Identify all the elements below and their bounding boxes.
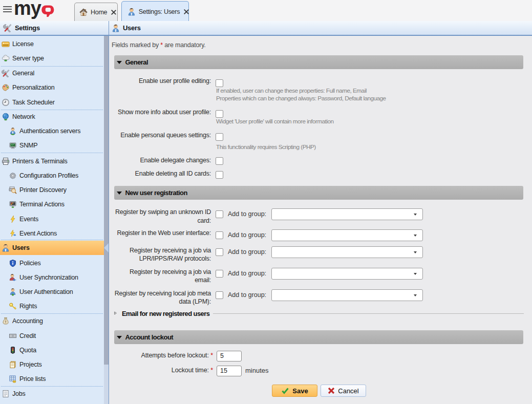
svg-text:my: my — [14, 2, 41, 19]
